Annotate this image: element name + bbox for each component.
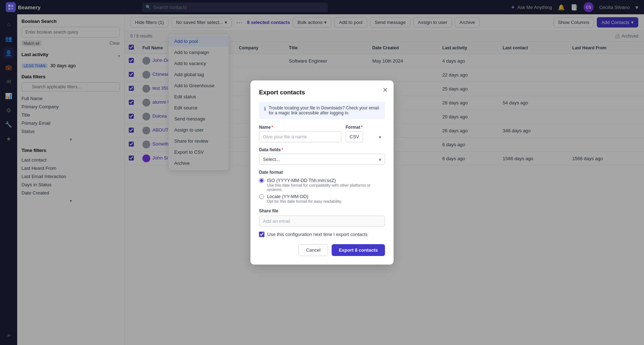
use-config-row: Use this configuration next time I expor… [259, 232, 385, 237]
radio-iso[interactable] [259, 178, 264, 183]
name-format-row: Name* Format* CSV [259, 125, 385, 142]
name-label: Name* [259, 125, 341, 130]
share-file-label: Share file [259, 208, 385, 213]
format-label: Format* [346, 125, 385, 130]
info-icon: ℹ [264, 106, 266, 112]
format-select[interactable]: CSV [346, 131, 363, 142]
cancel-button[interactable]: Cancel [298, 244, 328, 256]
export-contacts-modal: Export contacts ✕ ℹ Trouble locating you… [250, 80, 394, 265]
radio-iso-option: ISO (YYYY-MM-DD Thh:mm:ssZ) Use this dat… [259, 178, 385, 192]
file-name-input[interactable] [259, 131, 341, 142]
modal-overlay: Export contacts ✕ ℹ Trouble locating you… [0, 0, 644, 345]
use-config-label[interactable]: Use this configuration next time I expor… [267, 232, 367, 237]
date-format-title: Date format [259, 170, 385, 175]
data-fields-group: Data fields* Select... [259, 147, 385, 165]
data-fields-select-wrap: Select... [259, 154, 385, 165]
export-button[interactable]: Export 8 contacts [332, 244, 385, 256]
modal-footer: Cancel Export 8 contacts [259, 244, 385, 256]
share-email-input[interactable] [259, 216, 385, 227]
date-format-section: Date format ISO (YYYY-MM-DD Thh:mm:ssZ) … [259, 170, 385, 203]
data-fields-label: Data fields* [259, 147, 385, 152]
radio-iso-label[interactable]: ISO (YYYY-MM-DD Thh:mm:ssZ) [267, 178, 336, 183]
radio-locale-row: Locale (YY-MM-DD) [259, 194, 385, 199]
radio-iso-desc: Use this date format for compatibility w… [267, 183, 385, 192]
share-file-section: Share file [259, 208, 385, 227]
radio-iso-row: ISO (YYYY-MM-DD Thh:mm:ssZ) [259, 178, 385, 183]
info-banner: ℹ Trouble locating your file in Download… [259, 102, 385, 119]
modal-close-button[interactable]: ✕ [382, 86, 388, 94]
use-config-checkbox[interactable] [259, 232, 264, 237]
radio-locale-label[interactable]: Locale (YY-MM-DD) [267, 194, 308, 199]
radio-locale-desc: Opt for this date format for easy readab… [267, 199, 385, 203]
format-group: Format* CSV [346, 125, 385, 142]
format-select-wrap: CSV [346, 131, 385, 142]
radio-locale[interactable] [259, 194, 264, 199]
data-fields-select[interactable]: Select... [259, 154, 385, 165]
info-text: Trouble locating your file in Downloads?… [269, 105, 380, 115]
name-group: Name* [259, 125, 341, 142]
radio-locale-option: Locale (YY-MM-DD) Opt for this date form… [259, 194, 385, 203]
modal-title: Export contacts [259, 89, 385, 96]
